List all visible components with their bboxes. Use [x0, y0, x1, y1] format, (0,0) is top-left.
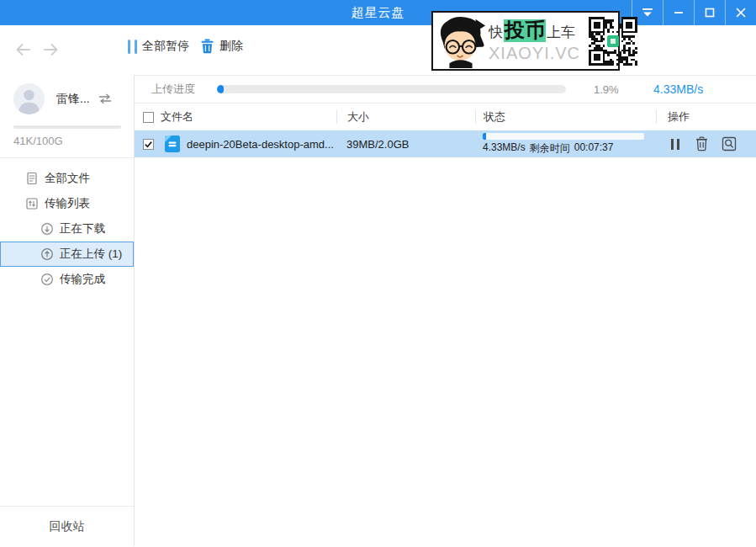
user-name: 雷锋... [56, 92, 90, 107]
checkmark-icon [144, 140, 153, 149]
row-remaining-label: 剩余时间 [530, 141, 570, 156]
sidebar-item-downloading[interactable]: 正在下载 [0, 216, 134, 242]
slogan-highlight: 投币 [504, 19, 546, 41]
sidebar-item-completed[interactable]: 传输完成 [0, 267, 134, 292]
toolbar: 全部暂停 删除 [0, 25, 756, 75]
upload-progress-bar [217, 85, 566, 93]
row-progress-bar [483, 133, 644, 140]
row-delete-button[interactable] [694, 136, 710, 152]
sidebar-item-label: 正在上传 (1) [60, 247, 122, 262]
maximize-icon [705, 8, 715, 18]
back-arrow-icon[interactable] [13, 40, 32, 59]
sidebar-item-uploading[interactable]: 正在上传 (1) [0, 242, 134, 267]
row-pause-button[interactable] [667, 136, 683, 152]
watermark-ad: 快 投币 上车 XIAOYI.VC [431, 11, 620, 71]
sidebar: 雷锋... 41K/100G 全部文件 [0, 75, 135, 546]
row-speed: 4.33MB/s [483, 141, 526, 156]
row-status: 4.33MB/s 剩余时间 00:07:37 [475, 133, 656, 156]
row-size: 39MB/2.0GB [336, 138, 475, 151]
watermark-site: XIAOYI.VC [489, 44, 580, 62]
cartoon-avatar [435, 14, 487, 68]
user-block: 雷锋... 41K/100G [0, 75, 134, 147]
row-status-text: 4.33MB/s 剩余时间 00:07:37 [483, 141, 656, 156]
minimize-button[interactable] [663, 0, 694, 25]
trash-icon [200, 39, 214, 54]
tray-arrow-icon [642, 8, 653, 18]
sidebar-item-label: 传输完成 [60, 272, 105, 287]
preview-magnifier-icon [722, 136, 737, 151]
window-controls [632, 0, 756, 25]
slogan-prefix: 快 [489, 25, 503, 41]
delete-button[interactable]: 删除 [200, 39, 243, 54]
download-icon [40, 222, 54, 236]
sidebar-spacer [0, 292, 134, 506]
file-icon [165, 135, 180, 152]
upload-progress-percent: 1.9% [594, 83, 631, 96]
storage-text: 41K/100G [13, 135, 124, 147]
upload-speed: 4.33MB/s [653, 82, 703, 96]
upload-progress-label: 上传进度 [151, 82, 195, 97]
check-circle-icon [40, 273, 54, 286]
main-panel: 上传进度 1.9% 4.33MB/s 文件名 大小 状态 操作 [135, 75, 756, 546]
table-row[interactable]: deepin-20Beta-desktop-amd... 39MB/2.0GB … [135, 130, 756, 157]
sidebar-item-recycle-bin[interactable]: 回收站 [0, 506, 134, 546]
switch-account-icon[interactable] [98, 93, 112, 104]
header-size: 大小 [336, 110, 475, 124]
titlebar: 超星云盘 [0, 0, 756, 25]
close-button[interactable] [726, 0, 756, 25]
trash-icon [695, 136, 709, 151]
storage-bar [13, 125, 121, 129]
upload-icon [40, 247, 54, 261]
table-header: 文件名 大小 状态 操作 [135, 104, 756, 130]
sidebar-item-transfer-list[interactable]: 传输列表 [0, 191, 134, 216]
delete-label: 删除 [219, 39, 243, 54]
sidebar-item-label: 传输列表 [45, 196, 90, 211]
forward-arrow-icon[interactable] [42, 40, 61, 59]
document-icon [25, 172, 39, 185]
pause-all-label: 全部暂停 [142, 39, 189, 54]
row-checkbox[interactable] [143, 139, 154, 150]
pause-icon [128, 40, 137, 54]
person-silhouette-icon [13, 83, 45, 114]
close-icon [736, 8, 746, 18]
sidebar-item-label: 全部文件 [45, 171, 90, 186]
upload-progress-fill [217, 85, 224, 93]
watermark-slogan: 快 投币 上车 [489, 19, 580, 41]
pause-all-button[interactable]: 全部暂停 [128, 39, 189, 54]
maximize-button[interactable] [695, 0, 725, 25]
minimize-icon [674, 8, 684, 18]
pause-icon [671, 139, 679, 150]
sidebar-item-all-files[interactable]: 全部文件 [0, 166, 134, 191]
header-operations: 操作 [656, 110, 756, 124]
row-locate-button[interactable] [721, 136, 737, 152]
sidebar-item-label: 正在下载 [60, 221, 105, 236]
select-all-checkbox[interactable] [143, 112, 154, 123]
user-avatar[interactable] [13, 83, 45, 114]
slogan-suffix: 上车 [547, 25, 575, 41]
watermark-text: 快 投币 上车 XIAOYI.VC [487, 19, 580, 61]
upload-progress-strip: 上传进度 1.9% 4.33MB/s [135, 76, 756, 104]
header-filename: 文件名 [161, 109, 193, 125]
row-filename: deepin-20Beta-desktop-amd... [187, 138, 334, 151]
row-operations [656, 136, 756, 152]
row-remaining-time: 00:07:37 [574, 141, 614, 156]
header-status: 状态 [475, 110, 656, 124]
row-progress-fill [483, 133, 486, 140]
sidebar-nav: 全部文件 传输列表 正在下载 [0, 158, 134, 292]
history-nav [13, 40, 61, 59]
recycle-label: 回收站 [50, 519, 85, 534]
transfer-icon [25, 197, 39, 210]
qr-code [589, 17, 637, 66]
